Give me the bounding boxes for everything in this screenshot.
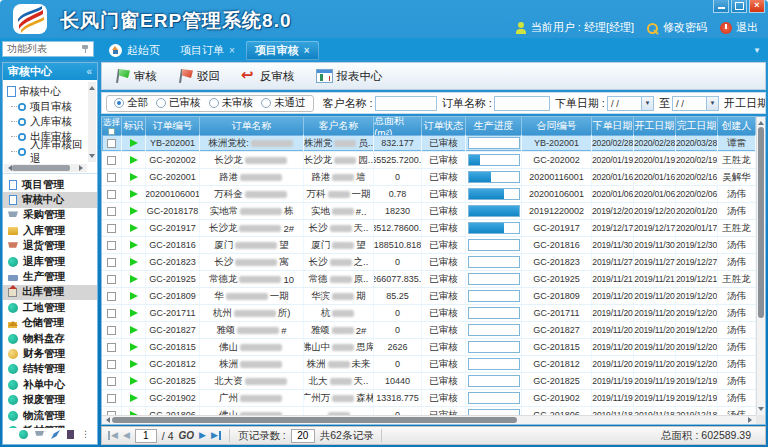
collapse-panel-icon[interactable]: « — [86, 66, 92, 77]
table-row[interactable]: YB-202001 株洲党校: 株洲党 员.. — [102, 135, 756, 152]
table-row[interactable]: GC-202002 长沙龙 长沙龙 园.. — [102, 152, 756, 169]
more-options-icon[interactable]: ⋮ — [81, 430, 90, 439]
scroll-up-icon[interactable] — [758, 118, 764, 125]
table-row[interactable]: GC-201917 长沙龙 2# 长沙 天.. — [102, 220, 756, 237]
toolbar-button[interactable]: 审核 — [108, 66, 164, 86]
tree-item[interactable]: 入库审核回退 — [18, 144, 86, 159]
row-checkbox[interactable] — [107, 377, 116, 386]
order-date-picker[interactable]: / / ▼ — [607, 96, 654, 111]
sidebar-menu-item[interactable]: 出库管理 — [3, 285, 97, 300]
close-button[interactable]: × — [749, 0, 765, 13]
scroll-up-icon[interactable] — [89, 83, 95, 90]
row-checkbox[interactable] — [107, 258, 116, 267]
sidebar-menu-item[interactable]: 结转管理 — [3, 362, 97, 377]
order-name-input[interactable] — [494, 96, 550, 111]
column-header-creator[interactable]: 创建人 — [718, 117, 756, 135]
minimize-button[interactable] — [713, 0, 729, 13]
sidebar-menu-item[interactable]: 生产管理 — [3, 269, 97, 284]
column-header-order-no[interactable]: 订单编号 — [146, 117, 200, 135]
table-vertical-scrollbar[interactable] — [756, 117, 765, 415]
sidebar-menu-item[interactable]: 退货管理 — [3, 239, 97, 254]
first-page-button[interactable]: ◀ — [108, 431, 118, 440]
dot-icon[interactable] — [19, 430, 28, 439]
column-header-start-date[interactable]: 开工日期 — [634, 117, 676, 135]
tree-root-node[interactable]: 审核中心 — [7, 84, 86, 99]
column-header-order-name[interactable]: 订单名称 — [200, 117, 304, 135]
row-checkbox[interactable] — [107, 241, 116, 250]
sidebar-menu-item[interactable]: 物料盘存 — [3, 331, 97, 346]
scrollbar-thumb[interactable] — [12, 165, 70, 171]
column-header-customer[interactable]: 客户名称 — [304, 117, 374, 135]
tree-item[interactable]: 项目审核 — [18, 99, 86, 114]
row-checkbox[interactable] — [107, 343, 116, 352]
status-radio[interactable]: 已审核 — [156, 96, 201, 110]
scroll-left-icon[interactable] — [5, 165, 12, 171]
sidebar-menu-item[interactable]: 项目管理 — [3, 177, 97, 192]
table-row[interactable]: GC-201902 广州 广州万 森林 — [102, 390, 756, 407]
sidebar-menu-item[interactable]: 报废管理 — [3, 392, 97, 407]
page-number-input[interactable] — [135, 429, 157, 443]
page-size-input[interactable] — [291, 429, 315, 443]
sidebar-menu-item[interactable]: 补单中心 — [3, 377, 97, 392]
tab-close-icon[interactable]: × — [229, 45, 235, 56]
column-header-contract[interactable]: 合同编号 — [522, 117, 592, 135]
sidebar-menu-item[interactable]: 仓储管理 — [3, 316, 97, 331]
toolbar-button[interactable]: 驳回 — [171, 66, 227, 86]
column-header-flag[interactable]: 标识 — [122, 117, 146, 135]
row-checkbox[interactable] — [107, 309, 116, 318]
row-checkbox[interactable] — [107, 360, 116, 369]
table-row[interactable]: 20200106001 万科金 万科 一期 — [102, 186, 756, 203]
table-row[interactable]: GC-201823 长沙 寓 长沙 之.. — [102, 254, 756, 271]
pen-icon[interactable] — [51, 430, 60, 439]
select-all-checkbox[interactable] — [108, 128, 115, 135]
row-checkbox[interactable] — [107, 224, 116, 233]
go-button[interactable]: GO — [179, 430, 195, 441]
calendar-dropdown-icon[interactable]: ▼ — [641, 97, 653, 110]
customer-name-input[interactable] — [375, 96, 437, 111]
column-header-status[interactable]: 订单状态 — [422, 117, 466, 135]
tab-close-icon[interactable]: × — [304, 45, 310, 56]
table-row[interactable]: GC-201816 厦门 望 厦门 望 — [102, 237, 756, 254]
scroll-right-icon[interactable] — [748, 417, 755, 423]
column-header-order-date[interactable]: 下单日期 — [592, 117, 634, 135]
row-checkbox[interactable] — [107, 275, 116, 284]
maximize-button[interactable] — [731, 0, 747, 13]
tab-start-page[interactable]: 起始页 — [100, 41, 169, 60]
status-radio[interactable]: 未通过 — [261, 96, 306, 110]
scroll-down-icon[interactable] — [89, 154, 95, 161]
sidebar-menu-item[interactable]: 工地管理 — [3, 300, 97, 315]
table-row[interactable]: GC-201809 华 一期 华滨 期 — [102, 288, 756, 305]
tree-horizontal-scrollbar[interactable] — [4, 164, 87, 172]
tree-vertical-scrollbar[interactable] — [88, 82, 96, 162]
sidebar-menu-item[interactable]: 财务管理 — [3, 346, 97, 361]
previous-page-button[interactable]: ◀ — [123, 431, 130, 440]
row-checkbox[interactable] — [107, 207, 116, 216]
row-checkbox[interactable] — [107, 139, 116, 148]
column-header-finish-date[interactable]: 完工日期 — [676, 117, 718, 135]
document-icon[interactable] — [67, 430, 74, 439]
table-row[interactable]: GC-201825 北大资 北大 天.. — [102, 373, 756, 390]
row-checkbox[interactable] — [107, 292, 116, 301]
row-checkbox[interactable] — [107, 173, 116, 182]
next-page-button[interactable]: ▶ — [199, 431, 206, 440]
scrollbar-thumb[interactable] — [112, 417, 517, 423]
row-checkbox[interactable] — [107, 156, 116, 165]
tree-item[interactable]: 入库审核 — [18, 114, 86, 129]
table-row[interactable]: GC-201925 常德龙 10 常德 原.. — [102, 271, 756, 288]
table-row[interactable]: GC-201711 杭州 所) 杭 — [102, 305, 756, 322]
sidebar-menu-item[interactable]: 采购管理 — [3, 208, 97, 223]
cart-icon[interactable] — [35, 430, 44, 439]
column-header-progress[interactable]: 生产进度 — [466, 117, 522, 135]
table-row[interactable]: GC-201806 佛山 — [102, 407, 756, 415]
calendar-dropdown-icon[interactable]: ▼ — [706, 97, 718, 110]
tab-project-orders[interactable]: 项目订单 × — [171, 41, 244, 60]
change-password-button[interactable]: 修改密码 — [647, 20, 707, 35]
row-checkbox[interactable] — [107, 326, 116, 335]
toolbar-button[interactable]: 反审核 — [234, 67, 302, 86]
column-header-select[interactable]: 选择 — [102, 117, 122, 135]
table-row[interactable]: GC-201827 雅颂 # 雅颂 2# — [102, 322, 756, 339]
row-checkbox[interactable] — [107, 190, 116, 199]
tab-project-review[interactable]: 项目审核 × — [246, 41, 319, 60]
radio-icon[interactable] — [209, 98, 219, 108]
last-page-button[interactable]: ▶ — [211, 431, 221, 440]
